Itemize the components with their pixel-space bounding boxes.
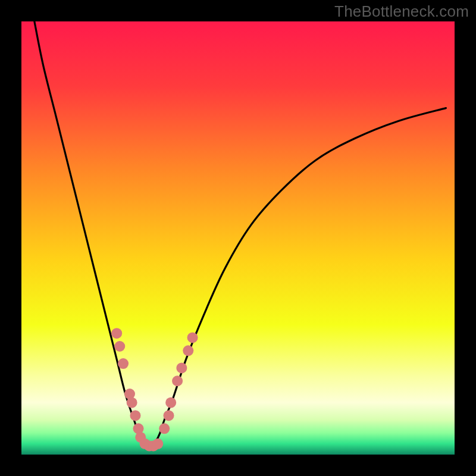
data-marker: [172, 375, 183, 386]
data-marker: [165, 397, 176, 408]
data-marker: [159, 423, 170, 434]
data-marker: [118, 358, 129, 369]
data-marker: [111, 328, 122, 339]
data-marker: [152, 439, 163, 449]
data-marker: [114, 341, 125, 352]
chart-stage: TheBottleneck.com: [0, 0, 476, 476]
data-marker: [187, 332, 198, 343]
data-marker: [164, 410, 174, 421]
data-marker: [176, 362, 187, 373]
bottleneck-chart: [0, 0, 476, 476]
data-marker: [183, 345, 193, 356]
watermark-text: TheBottleneck.com: [334, 2, 469, 21]
data-marker: [127, 397, 137, 408]
data-marker: [130, 410, 140, 421]
